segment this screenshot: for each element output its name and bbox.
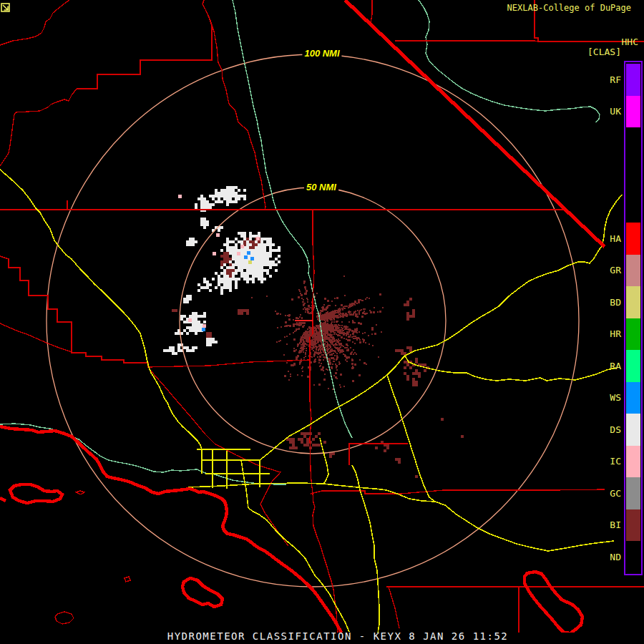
brand-title: NEXLAB-College of DuPage [507, 3, 631, 13]
echo-blob-BI [415, 475, 418, 478]
legend-label-UK: UK [610, 107, 621, 117]
echo-dot-IC [216, 233, 220, 237]
range-ring-label-100: 100 NMI [302, 48, 341, 59]
legend-label-GC: GC [610, 489, 621, 499]
legend-swatch-BD [626, 286, 640, 318]
echo-dot-IC [188, 318, 192, 322]
legend-label-BD: BD [610, 298, 621, 308]
echo-dot-WS [250, 257, 254, 260]
echo-blob-DS [186, 238, 197, 246]
island-santa-barbara [55, 612, 74, 624]
echo-dot-IC [203, 324, 206, 328]
legend-swatch-GR [626, 255, 640, 286]
highway-harbor-s [352, 465, 379, 633]
echo-blob-BI [375, 441, 389, 452]
radar-echoes [163, 186, 464, 478]
legend-swatch-HA [626, 223, 640, 255]
legend-label-HR: HR [610, 329, 621, 339]
radar-viewer: 50 NMI100 NMI NEXLAB-College of DuPage H… [0, 0, 644, 644]
echo-dot-BD [248, 260, 252, 264]
islet-small-2 [125, 577, 130, 582]
product-tag: [CLAS] [587, 47, 621, 57]
legend-label-GR: GR [610, 265, 621, 275]
echo-blob-BI [441, 418, 444, 421]
coastline-lines [0, 426, 582, 633]
highway-sr14 [0, 170, 202, 449]
county-wiggle-ns [205, 9, 265, 210]
status-text: HYDROMETEOR CLASSIFICATION - KEYX 8 JAN … [161, 630, 514, 642]
range-ring-label-50: 50 NMI [304, 182, 338, 192]
county-stairstep-nw [0, 0, 212, 166]
echo-dot-WS [202, 328, 205, 331]
river-northeast [419, 0, 600, 122]
cod-logo-icon [0, 2, 11, 13]
echo-blob-BI [172, 309, 177, 312]
legend-label-IC: IC [610, 457, 621, 467]
legend-swatch-BI [626, 509, 640, 541]
highway-se-curve [386, 490, 614, 551]
legend-swatch-IC [626, 446, 640, 477]
island-anacapa [0, 498, 6, 501]
legend-swatch-ND [626, 541, 640, 573]
echo-blob-BI [206, 332, 212, 338]
island-catalina [182, 578, 223, 607]
echo-blob-BI [404, 298, 415, 321]
legend-swatch-WS [626, 382, 640, 414]
county-nv-stub [371, 0, 372, 23]
legend-swatch-gap [626, 127, 640, 223]
island-san-clemente [525, 572, 582, 633]
highway-i5-south [320, 438, 328, 484]
highway-i15-s [387, 375, 435, 502]
echo-dot-IC [213, 252, 216, 255]
county-topright-h [395, 41, 644, 42]
echo-blob-BI [329, 452, 335, 458]
echo-blob-DS [177, 343, 197, 352]
legend-label-RF: RF [610, 75, 621, 85]
radar-map [0, 0, 644, 644]
echo-blob-DS [200, 218, 209, 229]
legend-label-DS: DS [610, 425, 621, 435]
echo-dot-WS [247, 251, 250, 255]
legend-swatch-DS [626, 414, 640, 446]
coastline-pacific [0, 426, 341, 633]
product-code: HHC [622, 37, 638, 47]
echo-dot-IC [178, 195, 182, 198]
echo-blob-BI [406, 378, 418, 386]
legend-swatch-HR [626, 318, 640, 350]
legend-label-HA: HA [610, 234, 621, 244]
legend-swatch-GC [626, 477, 640, 509]
islet-small-1 [76, 491, 84, 494]
legend-swatch-RA [626, 350, 640, 382]
echo-blob-BI [461, 435, 464, 438]
echo-dot-IC [256, 237, 260, 240]
echo-blob-DS [183, 295, 192, 303]
legend-label-RA: RA [610, 361, 621, 371]
county-diag-left [0, 323, 72, 352]
county-center-vertical [310, 210, 338, 633]
echo-blob-BI [238, 309, 249, 315]
echo-dot-WS [244, 255, 248, 259]
echo-starburst-BI [251, 275, 384, 390]
river-mojave [233, 0, 352, 438]
legend-swatch-RF [626, 64, 640, 96]
legend-label-BI: BI [610, 520, 621, 530]
highway-lines [0, 170, 622, 633]
river-lines [0, 0, 600, 484]
echo-blob-DS [180, 312, 206, 335]
county-southeast-h [311, 489, 605, 494]
echo-dot-IC [240, 245, 244, 248]
legend-swatch-UK [626, 96, 640, 127]
highway-trunk-ne [260, 356, 405, 460]
highway-coastal-s [248, 508, 349, 632]
highway-i10 [188, 483, 386, 490]
echo-blob-DS [197, 278, 212, 292]
legend-label-ND: ND [610, 552, 621, 562]
echo-blob-BI [395, 458, 401, 464]
island-santa-cruz [10, 484, 62, 503]
echo-dot-IC [237, 252, 240, 255]
legend-label-WS: WS [610, 393, 621, 403]
echo-blob-DS [175, 329, 183, 335]
county-la-ventura [149, 369, 288, 546]
county-san-diego-diag [389, 587, 399, 628]
